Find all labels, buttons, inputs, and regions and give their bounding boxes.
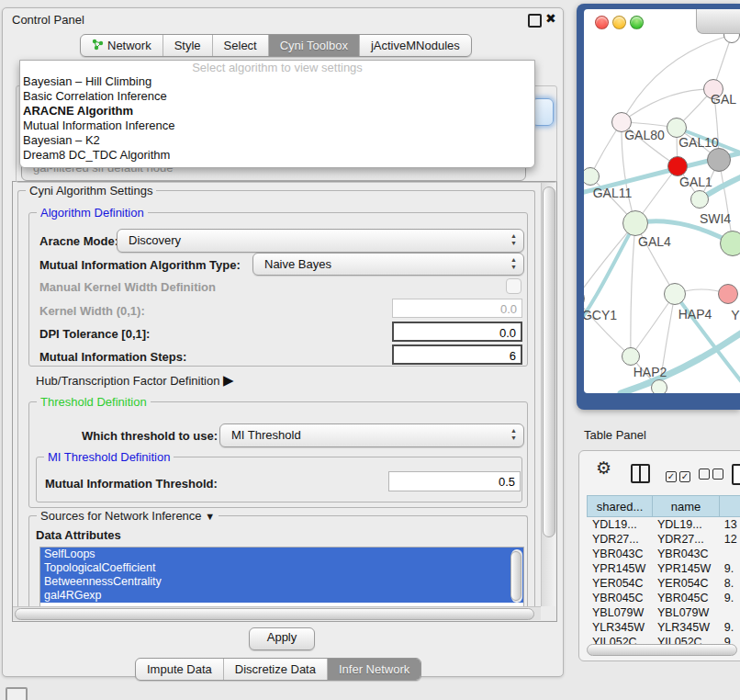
manual-kernel-label: Manual Kernel Width Definition	[39, 280, 216, 294]
table-hscroll-thumb[interactable]	[587, 644, 737, 656]
table-row[interactable]: YBR045CYBR045C9.	[587, 591, 740, 605]
table-row[interactable]: YDL19...YDL19...13	[587, 517, 740, 532]
algorithm-option-bayesian-hill-climbing[interactable]: Bayesian – Hill Climbing	[23, 74, 532, 89]
window-minimize-button[interactable]	[612, 16, 626, 29]
gear-icon[interactable]: ⚙	[596, 460, 611, 477]
network-node[interactable]	[707, 148, 731, 172]
select-columns-icon[interactable]: ✓✓	[666, 467, 693, 483]
table-row[interactable]: YLR345WYLR345W9.	[587, 620, 740, 635]
tab-impute-data[interactable]: Impute Data	[136, 659, 224, 680]
node-label: GAL4	[638, 234, 671, 249]
network-node-hap4[interactable]	[664, 283, 686, 305]
node-label: GAL11	[593, 186, 633, 200]
tab-cyni-toolbox[interactable]: Cyni Toolbox	[269, 35, 360, 56]
settings-vscroll-thumb[interactable]	[543, 186, 555, 537]
attributes-scrollbar[interactable]	[511, 549, 522, 603]
float-window-icon[interactable]	[528, 14, 542, 28]
table-cell: YBR043C	[652, 547, 719, 561]
table-cell: YDL19...	[652, 517, 719, 532]
table-cell: 13	[719, 517, 740, 532]
table-cell: 9.	[719, 561, 740, 576]
column-header-clipped[interactable]	[719, 495, 740, 517]
network-node-gal1[interactable]	[667, 156, 688, 176]
network-node[interactable]	[720, 231, 740, 256]
algorithm-popup-hint: Select algorithm to view settings	[20, 61, 534, 74]
table-row[interactable]: YDR27...YDR27...12	[587, 532, 740, 547]
algorithm-option-dream8-dc-tdc-algorithm[interactable]: Dream8 DC_TDC Algorithm	[23, 148, 532, 163]
chevron-down-icon[interactable]: ▼	[205, 511, 215, 522]
control-panel-title: Control Panel	[12, 13, 84, 27]
attribute-item-betweennesscentrality[interactable]: BetweennessCentrality	[40, 575, 523, 589]
network-node-hap2[interactable]	[622, 347, 640, 366]
tab-select[interactable]: Select	[213, 35, 269, 56]
table-row[interactable]: YER054CYER054C8.	[587, 576, 740, 591]
table-cell: YDL19...	[587, 517, 652, 532]
sources-title-text: Sources for Network Inference	[40, 509, 202, 523]
table-cell: YBR043C	[587, 547, 652, 561]
table-cell: YPR145W	[652, 561, 719, 576]
table-row[interactable]: YBR043CYBR043C	[587, 547, 740, 561]
algorithm-option-basic-correlation-inference[interactable]: Basic Correlation Inference	[23, 89, 532, 104]
tab-style[interactable]: Style	[163, 35, 213, 56]
network-node-gal4[interactable]	[622, 210, 648, 236]
settings-horizontal-scrollbar[interactable]	[13, 606, 541, 620]
tab-discretize-data[interactable]: Discretize Data	[224, 659, 328, 680]
attribute-item-gal4rgexp[interactable]: gal4RGexp	[40, 589, 523, 603]
table-cell: YLR345W	[652, 620, 719, 635]
restore-panel-icon[interactable]	[6, 687, 28, 700]
tab-jactivemnodules[interactable]: jActiveMNodules	[360, 35, 471, 56]
aracne-mode-value: Discovery	[129, 233, 181, 247]
node-label: GCY1	[584, 308, 617, 322]
mi-threshold-field[interactable]: 0.5	[388, 471, 521, 491]
network-node-y[interactable]	[718, 284, 738, 304]
network-node[interactable]	[651, 379, 667, 393]
network-icon	[92, 39, 104, 53]
mi-steps-field[interactable]: 6	[392, 344, 522, 365]
attribute-item-topologicalcoefficient[interactable]: TopologicalCoefficient	[40, 561, 523, 575]
table-cell: YDR27...	[587, 532, 652, 547]
deselect-columns-icon[interactable]	[699, 467, 726, 483]
network-canvas[interactable]: GALGAL80GAL10GAL1GAL11SWI4GAL4HAP4GCY1YH…	[584, 9, 740, 393]
data-attributes-list[interactable]: SelfLoopsTopologicalCoefficientBetweenne…	[39, 547, 524, 607]
kernel-width-field[interactable]: 0.0	[392, 299, 522, 318]
aracne-mode-combo[interactable]: Discovery ▲▼	[117, 229, 524, 253]
tab-infer-network[interactable]: Infer Network	[328, 659, 420, 680]
algorithm-option-mutual-information-inference[interactable]: Mutual Information Inference	[23, 119, 532, 133]
window-close-button[interactable]	[595, 16, 609, 29]
attribute-item-selfloops[interactable]: SelfLoops	[40, 548, 523, 561]
mi-type-value: Naive Bayes	[264, 257, 331, 271]
table-row[interactable]: YPR145WYPR145W9.	[587, 561, 740, 576]
columns-icon[interactable]	[631, 464, 650, 483]
node-table[interactable]: shared...nameYDL19...YDL19...13YDR27...Y…	[587, 495, 740, 649]
file-icon[interactable]	[732, 464, 740, 485]
apply-button[interactable]: Apply	[249, 627, 315, 650]
table-cell: 9.	[719, 591, 740, 605]
close-icon[interactable]: ✖	[545, 11, 556, 26]
algorithm-dropdown-popup: Select algorithm to view settings Bayesi…	[19, 60, 535, 168]
settings-hscroll-thumb[interactable]	[15, 608, 534, 620]
mi-type-combo[interactable]: Naive Bayes ▲▼	[252, 253, 524, 276]
control-panel-window: Control Panel ✖ NetworkStyleSelectCyni T…	[2, 7, 564, 677]
algorithm-option-bayesian-k2[interactable]: Bayesian – K2	[23, 133, 532, 148]
network-node-swi4[interactable]	[690, 190, 709, 209]
table-panel-title: Table Panel	[584, 428, 646, 442]
tab-label: jActiveMNodules	[371, 39, 460, 52]
algorithm-option-aracne-algorithm[interactable]: ARACNE Algorithm	[23, 104, 532, 119]
hub-section-toggle[interactable]: Hub/Transcription Factor Definition ▶	[36, 372, 234, 389]
manual-kernel-checkbox[interactable]	[506, 278, 521, 294]
window-zoom-button[interactable]	[630, 16, 644, 29]
dpi-tolerance-field[interactable]: 0.0	[392, 322, 522, 342]
which-threshold-combo[interactable]: MI Threshold ▲▼	[219, 423, 524, 447]
column-header-shared[interactable]: shared...	[587, 495, 652, 517]
threshold-definition-title: Threshold Definition	[37, 395, 151, 409]
table-row[interactable]: YBL079WYBL079W	[587, 605, 740, 620]
table-cell: 12	[719, 532, 740, 547]
tab-network[interactable]: Network	[81, 35, 163, 56]
table-panel: ⚙ ✓✓ shared...nameYDL19...YDL19...13YDR2…	[578, 450, 740, 661]
data-attributes-label: Data Attributes	[36, 528, 121, 542]
table-cell: YDR27...	[652, 532, 719, 547]
column-header-name[interactable]: name	[652, 495, 719, 517]
settings-vertical-scrollbar[interactable]	[541, 182, 555, 606]
cyni-algorithm-settings-title: Cyni Algorithm Settings	[26, 184, 156, 198]
control-panel-tab-bar: NetworkStyleSelectCyni ToolboxjActiveMNo…	[80, 34, 472, 57]
